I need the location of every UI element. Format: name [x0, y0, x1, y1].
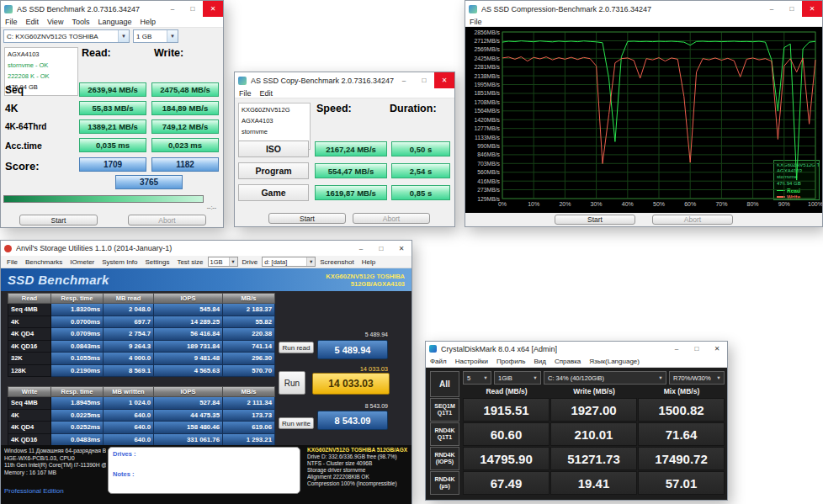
maximize-button[interactable]: □ [414, 72, 434, 88]
menu-iometer[interactable]: IOmeter [66, 258, 98, 266]
run-all-button[interactable]: All [430, 371, 459, 397]
target-drive-value: C: 34% (40/120GiB) [544, 374, 656, 382]
start-button[interactable]: Start [19, 215, 98, 225]
x-axis-tick-label: 0% [491, 201, 514, 207]
titlebar[interactable]: Anvil's Storage Utilities 1.1.0 (2014-Ja… [1, 241, 412, 256]
seq1m-read-value: 1915.51 [463, 398, 550, 422]
menu-language[interactable]: Language [93, 18, 135, 26]
menu-benchmarks[interactable]: Benchmarks [22, 258, 66, 266]
maximize-button[interactable]: □ [687, 342, 707, 356]
y-axis-tick-label: 416MB/s [465, 178, 500, 184]
rnd4k-latency-button[interactable]: RND4K (µs) [430, 471, 459, 495]
maximize-button[interactable]: □ [782, 1, 802, 17]
start-button[interactable]: Start [268, 213, 346, 224]
menu-file[interactable]: File [465, 18, 486, 26]
test-label-line2: Q1T1 [438, 410, 453, 416]
minimize-button[interactable]: – [394, 72, 414, 88]
y-axis-tick-label: 703MB/s [465, 161, 500, 167]
window-controls: – □ ✕ [762, 1, 822, 17]
test-size-select[interactable]: 1 GB ▼ [133, 29, 178, 43]
menu-help[interactable]: Справка [550, 358, 585, 365]
row-label: 4K QD16 [8, 434, 51, 446]
menu-tools[interactable]: Tools [67, 18, 93, 26]
chevron-down-icon: ▼ [167, 30, 178, 42]
maximize-button[interactable]: □ [183, 1, 203, 17]
target-drive-select[interactable]: C: 34% (40/120GiB) ▼ [544, 371, 666, 385]
read-table: Read Resp. time MB read IOPS MB/s Seq 4M… [8, 293, 275, 377]
run-button[interactable]: Run [279, 371, 305, 395]
filesystem-info: NTFS - Cluster size 4096B [307, 460, 410, 467]
titlebar[interactable]: AS SSD Copy-Benchmark 2.0.7316.34247 – □… [235, 72, 454, 88]
menu-bar: File [465, 17, 822, 27]
titlebar[interactable]: CrystalDiskMark 8.0.4 x64 [Admin] – □ ✕ [426, 342, 727, 356]
menu-help[interactable]: Help [358, 258, 379, 266]
minimize-button[interactable]: – [162, 1, 183, 17]
menu-file[interactable]: Файл [426, 358, 451, 365]
menu-system-info[interactable]: System Info [98, 258, 141, 266]
cell-iops: 44 475.35 [154, 410, 223, 422]
test-size-select[interactable]: 1GiB ▼ [494, 371, 541, 385]
drives-label: Drives : [113, 450, 136, 458]
menu-settings[interactable]: Настройки [451, 358, 492, 365]
close-button[interactable]: ✕ [802, 1, 822, 17]
menu-edit[interactable]: Edit [256, 89, 278, 98]
cell-mb: 1 024.0 [104, 397, 154, 410]
toolbar: C: KXG60ZNV512G TOSHIBA ▼ 1 GB ▼ [1, 28, 223, 45]
cell-iops: 189 731.84 [154, 341, 223, 353]
menu-profile[interactable]: Профиль [492, 358, 530, 365]
seq1m-q1t1-button[interactable]: SEQ1M Q1T1 [430, 398, 459, 422]
test-size-value: 1 GB [134, 30, 167, 42]
minimize-button[interactable]: – [666, 342, 687, 356]
y-axis-tick-label: 1277MB/s [465, 125, 500, 131]
cell-resp: 0.1055ms [51, 353, 104, 365]
minimize-button[interactable]: – [762, 1, 782, 17]
y-axis-tick-label: 1420MB/s [465, 117, 500, 123]
titlebar[interactable]: AS SSD Benchmark 2.0.7316.34247 – □ ✕ [1, 1, 223, 17]
rnd4k-q1t1-button[interactable]: RND4K Q1T1 [430, 422, 459, 446]
minimize-button[interactable]: – [351, 241, 371, 256]
drive-select[interactable]: d: [data] ▼ [262, 257, 316, 267]
y-axis-tick-label: 560MB/s [465, 169, 500, 175]
menu-theme[interactable]: Вид [529, 358, 550, 365]
menu-view[interactable]: View [43, 18, 67, 26]
rnd4k-iops-button[interactable]: RND4K (IOPS) [430, 447, 459, 470]
close-button[interactable]: ✕ [434, 72, 454, 88]
write-table: Write Resp. time MB written IOPS MB/s Se… [8, 386, 275, 445]
menu-file[interactable]: File [1, 18, 22, 26]
abort-button[interactable]: Abort [353, 213, 430, 224]
mix-ratio-select[interactable]: R70%/W30% ▼ [669, 371, 725, 385]
start-button[interactable]: Start [555, 215, 635, 225]
notes-panel[interactable]: Drives : Notes : [108, 447, 300, 494]
run-write-button[interactable]: Run write [279, 417, 314, 429]
window-title: AS SSD Copy-Benchmark 2.0.7316.34247 [251, 77, 394, 85]
y-axis-tick-label: 2281MB/s [465, 64, 500, 70]
cell-resp: 1.8945ms [51, 397, 104, 410]
abort-button[interactable]: Abort [652, 215, 733, 225]
run-read-button[interactable]: Run read [279, 342, 314, 353]
drive-select[interactable]: C: KXG60ZNV512G TOSHIBA ▼ [3, 29, 130, 43]
y-axis-tick-label: 1133MB/s [465, 135, 500, 141]
cell-resp: 0.0843ms [51, 341, 104, 353]
menu-edit[interactable]: Edit [22, 18, 44, 26]
row-label: Seq 4MB [8, 304, 51, 316]
chevron-down-icon: ▼ [714, 375, 724, 380]
menu-settings[interactable]: Settings [142, 258, 173, 266]
menu-file[interactable]: File [3, 258, 21, 266]
drive-select-value: d: [data] [263, 257, 306, 266]
test-label-line1: RND4K [434, 452, 454, 459]
abort-button[interactable]: Abort [128, 215, 206, 225]
menu-language[interactable]: Язык(Language) [585, 358, 644, 365]
y-axis-tick-label: 2712MB/s [465, 38, 500, 44]
close-button[interactable]: ✕ [203, 1, 223, 17]
test-size-select[interactable]: 1GB ▼ [208, 257, 238, 267]
menu-help[interactable]: Help [135, 18, 160, 26]
close-button[interactable]: ✕ [707, 342, 727, 356]
cell-iops: 545.84 [154, 304, 223, 316]
close-button[interactable]: ✕ [391, 241, 412, 256]
menu-file[interactable]: File [235, 89, 256, 98]
titlebar[interactable]: AS SSD Compression-Benchmark 2.0.7316.34… [465, 1, 822, 17]
menu-screenshot[interactable]: Screenshot [316, 258, 357, 266]
maximize-button[interactable]: □ [371, 241, 391, 256]
test-count-select[interactable]: 5 ▼ [463, 371, 491, 385]
window-controls: – □ ✕ [351, 241, 412, 256]
